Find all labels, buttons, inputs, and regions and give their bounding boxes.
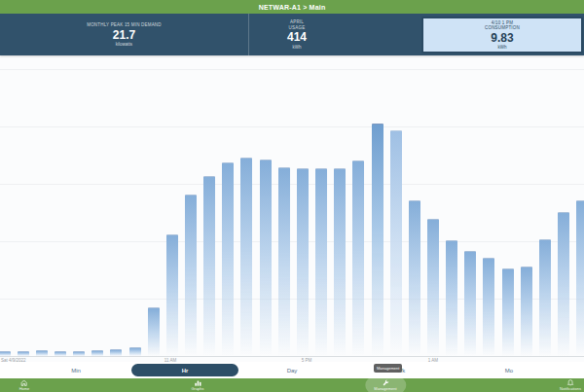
bar[interactable] [260,160,272,356]
bottom-nav-bar: Home Graphs Management Notifications [0,378,584,392]
tab-hr[interactable]: Hr [131,364,238,376]
page-title: NETWAR-A1 > Main [259,4,326,11]
nav-item-notifications[interactable]: Notifications [560,378,581,392]
tab-min[interactable]: Min [56,364,95,376]
tooltip-text: Management [377,366,399,371]
interval-tab-bar: MinHrDayWkMo [0,362,584,378]
nav-item-label: Management [374,387,396,391]
bar[interactable] [278,167,290,356]
bar[interactable] [539,239,551,356]
stat-unit: kWh [498,45,507,50]
bar[interactable] [427,219,439,356]
nav-item-label: Home [19,387,30,391]
bar[interactable] [240,158,252,356]
tab-mo[interactable]: Mo [490,364,529,376]
bar[interactable] [446,240,457,356]
x-axis-line [0,356,584,357]
bar[interactable] [558,212,569,356]
bar[interactable] [166,234,178,356]
energy-dashboard: NETWAR-A1 > Main MONTHLY PEAK 15 MIN DEM… [0,0,584,392]
bar[interactable] [409,200,420,356]
nav-item-label: Notifications [560,387,581,391]
bar[interactable] [315,168,327,356]
stat-label: APRILUSAGE [289,19,306,30]
nav-item-label: Graphs [191,387,203,391]
stat-unit: kilowatts [116,42,132,47]
tooltip: Management [374,364,402,373]
bar[interactable] [148,307,160,356]
gridline [0,126,584,127]
stat-unit: kWh [293,45,302,50]
stats-bar: MONTHLY PEAK 15 MIN DEMAND 21.7 kilowatt… [0,14,584,55]
bar[interactable] [334,168,346,356]
bar[interactable] [110,349,122,356]
nav-item-graphs[interactable]: Graphs [191,378,203,392]
nav-item-management[interactable]: Management [374,378,396,392]
stat-value: 21.7 [113,29,135,42]
stat-card-april-usage: APRILUSAGE 414 kWh [248,14,346,55]
bar[interactable] [185,195,197,356]
gridline [0,241,584,242]
stat-value: 414 [287,31,307,44]
gridline [0,69,584,70]
bar[interactable] [483,258,494,356]
bar[interactable] [390,130,402,356]
bar[interactable] [352,160,364,356]
bar[interactable] [464,251,476,356]
bar[interactable] [521,267,532,356]
nav-item-home[interactable]: Home [19,378,30,392]
bar[interactable] [576,200,584,356]
bar[interactable] [203,176,215,356]
stat-card-selected-hour-consumption: 4/10 1 PMCONSUMPTION 9.83 kWh [421,17,583,53]
stat-label: MONTHLY PEAK 15 MIN DEMAND [87,22,162,28]
gridline [0,299,584,300]
bar[interactable] [129,347,141,356]
bar[interactable] [222,162,234,356]
stat-card-monthly-peak: MONTHLY PEAK 15 MIN DEMAND 21.7 kilowatt… [0,14,249,55]
app-title-bar: NETWAR-A1 > Main [0,0,584,14]
gridline [0,184,584,185]
stat-value: 9.83 [491,32,513,45]
stat-label: 4/10 1 PMCONSUMPTION [485,20,520,31]
consumption-bar-chart: Sat 4/9/202211 AM5 PM1 AM [0,55,584,362]
tab-day[interactable]: Day [273,364,311,376]
bar[interactable] [502,268,514,356]
bar[interactable] [297,168,309,356]
bar-selected[interactable] [372,124,383,356]
